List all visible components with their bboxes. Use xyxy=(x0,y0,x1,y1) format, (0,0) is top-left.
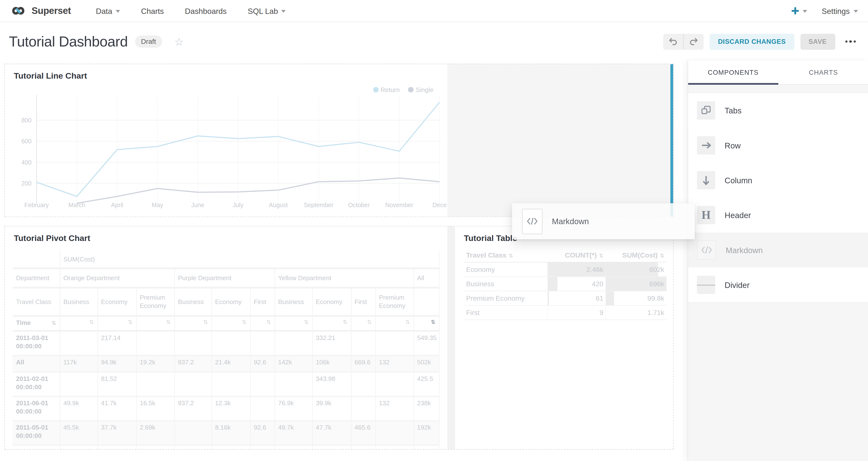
sort-icon[interactable]: ⇅ xyxy=(367,319,372,325)
sort-icon[interactable]: ⇅ xyxy=(343,319,347,325)
pivot-cell xyxy=(275,372,312,397)
pivot-cell: 19.2k xyxy=(136,356,175,372)
component-item-header[interactable]: H Header xyxy=(688,197,868,233)
table-chart-card[interactable]: Tutorial Table Travel Class⇅ COUNT(*)⇅ S… xyxy=(455,226,673,449)
sort-icon[interactable]: ⇅ xyxy=(166,319,171,325)
legend-item[interactable]: Return xyxy=(373,86,400,93)
redo-button[interactable] xyxy=(684,34,704,50)
chevron-down-icon xyxy=(281,10,286,13)
builder-sidebar: COMPONENTS CHARTS Tabs xyxy=(687,61,868,461)
pivot-group-label: Yellow Department xyxy=(275,268,413,288)
pivot-corner-cell xyxy=(13,251,60,269)
empty-row-space xyxy=(447,64,673,217)
pivot-cell: 217.14 xyxy=(97,331,136,356)
dashboard-row-2: Tutorial Pivot Chart SUM(Cost) Departmen… xyxy=(4,226,674,450)
pivot-cell: 37.7k xyxy=(97,421,136,445)
pivot-cell: 39.9k xyxy=(312,397,351,421)
component-item-divider[interactable]: Divider xyxy=(688,268,868,302)
table-cell: 696k xyxy=(606,277,666,291)
component-item-tabs[interactable]: Tabs xyxy=(688,93,868,128)
pivot-cell xyxy=(351,397,375,421)
more-options-icon[interactable] xyxy=(844,38,857,45)
legend-item[interactable]: Single xyxy=(408,86,434,93)
sort-icon[interactable]: ⇅ xyxy=(89,319,94,325)
pivot-cell xyxy=(60,372,98,397)
pivot-cell xyxy=(351,372,375,397)
pivot-class-label: Economy xyxy=(97,288,136,316)
table-cell: First xyxy=(464,305,548,320)
pivot-cell: 142k xyxy=(275,356,312,372)
svg-text:July: July xyxy=(232,202,244,208)
discard-changes-button[interactable]: DISCARD CHANGES xyxy=(710,34,794,50)
pivot-cell xyxy=(375,445,413,449)
favorite-star-icon[interactable]: ☆ xyxy=(174,36,184,47)
pivot-group-label: Purple Department xyxy=(175,268,275,288)
nav-item-label: Data xyxy=(96,6,112,15)
pivot-class-label: Economy xyxy=(212,288,250,316)
nav-item-label: Charts xyxy=(141,6,164,15)
svg-text:April: April xyxy=(111,202,123,208)
legend-dot-icon xyxy=(408,87,414,92)
settings-menu[interactable]: Settings xyxy=(822,6,858,15)
save-button[interactable]: SAVE xyxy=(800,34,835,50)
svg-text:November: November xyxy=(385,202,413,208)
pivot-cell: 549.35 xyxy=(413,331,439,356)
pivot-chart-card[interactable]: Tutorial Pivot Chart SUM(Cost) Departmen… xyxy=(5,226,447,449)
pivot-group-row: Department Orange Department Purple Depa… xyxy=(13,268,439,288)
pivot-row-label: 2011-06-01 00:00:00 xyxy=(13,397,60,421)
component-item-markdown[interactable]: Markdown xyxy=(688,233,868,267)
tab-components[interactable]: COMPONENTS xyxy=(688,61,778,84)
component-item-column[interactable]: Column xyxy=(688,163,868,197)
nav-item-sql-lab[interactable]: SQL Lab xyxy=(237,0,297,22)
sort-icon[interactable]: ⇅ xyxy=(242,319,247,325)
component-item-row[interactable]: Row xyxy=(688,128,868,162)
table-cell: 99.8k xyxy=(606,291,666,305)
pivot-cell xyxy=(250,397,275,421)
sort-icon[interactable]: ⇅ xyxy=(405,319,410,325)
drag-ghost-markdown[interactable]: Markdown xyxy=(512,203,695,239)
line-chart-card[interactable]: Tutorial Line Chart ReturnSingle 2004006… xyxy=(5,64,447,217)
table-cell: 2.46k xyxy=(548,262,606,277)
table-cell: 420 xyxy=(548,277,606,291)
pivot-cell xyxy=(250,372,275,397)
sort-icon[interactable]: ⇅ xyxy=(266,319,271,325)
pivot-class-label: Business xyxy=(60,288,98,316)
tab-charts[interactable]: CHARTS xyxy=(778,61,868,84)
sort-icon[interactable]: ⇅ xyxy=(304,319,309,325)
card-gutter xyxy=(447,226,455,449)
pivot-class-row: Travel Class Business Economy Premium Ec… xyxy=(13,288,439,316)
pivot-cell: 15.9k xyxy=(275,445,312,449)
sort-icon[interactable]: ⇅ xyxy=(52,320,56,326)
chart-title: Tutorial Table xyxy=(464,233,517,243)
pivot-cell: 15.2k xyxy=(97,445,136,449)
app-window: Superset Data Charts Dashboards SQL Lab xyxy=(0,0,868,461)
svg-text:October: October xyxy=(348,202,370,208)
pivot-cell: 45.5k xyxy=(60,421,98,445)
pivot-class-label: Economy xyxy=(312,288,351,316)
legend-label: Single xyxy=(415,86,433,93)
header-actions: DISCARD CHANGES SAVE xyxy=(663,34,857,50)
column-header-count[interactable]: COUNT(*)⇅ xyxy=(548,248,606,262)
undo-redo-group xyxy=(663,34,704,50)
pivot-time-row: Time⇅ ⇅ ⇅ ⇅ ⇅ ⇅ ⇅ ⇅ ⇅ ⇅ ⇅ ⇅ xyxy=(13,316,439,331)
undo-button[interactable] xyxy=(663,34,683,50)
page-title[interactable]: Tutorial Dashboard xyxy=(9,33,128,50)
pivot-class-label: Business xyxy=(175,288,212,316)
pivot-cell: 21.4k xyxy=(60,445,98,449)
pivot-cell xyxy=(375,421,413,445)
column-header-sum-cost[interactable]: SUM(Cost)⇅ xyxy=(606,248,666,262)
nav-item-charts[interactable]: Charts xyxy=(130,0,174,22)
sort-icon-active[interactable]: ⇅ xyxy=(431,319,435,325)
pivot-class-label: Premium Economy xyxy=(136,288,175,316)
column-header-travel-class[interactable]: Travel Class⇅ xyxy=(464,248,548,262)
component-item-label: Tabs xyxy=(725,106,742,115)
sidebar-subheader xyxy=(688,85,868,93)
svg-text:400: 400 xyxy=(22,159,32,166)
sort-icon[interactable]: ⇅ xyxy=(128,319,133,325)
header-icon: H xyxy=(697,206,715,224)
sort-icon[interactable]: ⇅ xyxy=(203,319,208,325)
superset-logo[interactable]: Superset xyxy=(9,5,71,17)
nav-item-dashboards[interactable]: Dashboards xyxy=(175,0,237,22)
nav-item-data[interactable]: Data xyxy=(85,0,131,22)
new-item-button[interactable] xyxy=(792,7,807,15)
